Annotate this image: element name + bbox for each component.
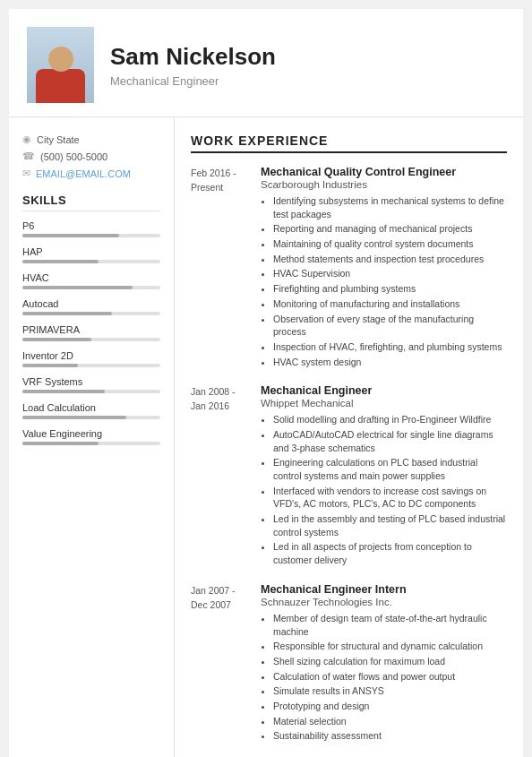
job-bullets: Solid modelling and drafting in Pro-Engi… [261, 413, 507, 567]
bullet-item: Reporting and managing of mechanical pro… [273, 222, 507, 236]
contact-phone: ☎ (500) 500-5000 [22, 151, 160, 162]
location-icon: ◉ [22, 133, 31, 145]
skill-bar-bg [22, 416, 160, 419]
skill-item: Inventor 2D [22, 350, 160, 367]
bullet-item: Led in the assembly and testing of PLC b… [273, 512, 507, 538]
skills-list: P6 HAP HVAC Autocad PRIMAVERA [22, 220, 160, 445]
bullet-item: Shell sizing calculation for maximum loa… [273, 655, 507, 668]
skill-bar-bg [22, 234, 160, 237]
header-subtitle: Mechanical Engineer [110, 74, 505, 88]
skills-section-title: SKILLS [22, 194, 160, 211]
bullet-item: Engineering calculations on PLC based in… [273, 456, 507, 482]
skill-bar-bg [22, 338, 160, 341]
job-bullets: Identifying subsystems in mechanical sys… [261, 194, 507, 368]
job-date: Jan 2007 - Dec 2007 [191, 583, 252, 744]
job-date-to: Dec 2007 [191, 599, 231, 610]
location-text: City State [37, 134, 80, 145]
bullet-item: Observation of every stage of the manufa… [273, 313, 507, 339]
bullet-item: Responsible for structural and dynamic c… [273, 640, 507, 653]
skill-bar-bg [22, 312, 160, 315]
skill-bar-bg [22, 390, 160, 393]
phone-text: (500) 500-5000 [40, 151, 107, 162]
skill-bar-bg [22, 260, 160, 263]
job-entry: Jan 2007 - Dec 2007 Mechanical Engineer … [191, 583, 507, 744]
skill-bar-fill [22, 416, 126, 419]
skill-item: P6 [22, 220, 160, 237]
skill-name: Inventor 2D [22, 350, 160, 361]
bullet-item: Led in all aspects of projects from conc… [273, 540, 507, 566]
header-info: Sam Nickelson Mechanical Engineer [110, 43, 505, 88]
main-content: WORK EXPERIENCE Feb 2016 - Present Mecha… [175, 117, 523, 757]
skill-name: HAP [22, 246, 160, 257]
avatar-body [36, 69, 85, 103]
skill-bar-fill [22, 442, 99, 445]
job-company: Scarborough Industries [261, 179, 507, 190]
contact-location: ◉ City State [22, 133, 160, 145]
skill-item: Value Engineering [22, 428, 160, 445]
skill-name: Autocad [22, 298, 160, 309]
skill-bar-bg [22, 364, 160, 367]
bullet-item: Material selection [273, 715, 507, 728]
skill-item: PRIMAVERA [22, 324, 160, 341]
phone-icon: ☎ [22, 151, 35, 162]
bullet-item: Inspection of HVAC, firefighting, and pl… [273, 340, 507, 354]
job-date-to: Present [191, 182, 223, 193]
skill-item: VRF Systems [22, 376, 160, 393]
job-title: Mechanical Engineer Intern [261, 583, 507, 596]
bullet-item: Simulate results in ANSYS [273, 684, 507, 698]
skill-bar-fill [22, 390, 105, 393]
work-section-title: WORK EXPERIENCE [191, 133, 507, 153]
skill-bar-fill [22, 338, 91, 341]
bullet-item: Calculation of water flows and power out… [273, 670, 507, 684]
bullet-item: Prototyping and design [273, 700, 507, 713]
job-entry: Feb 2016 - Present Mechanical Quality Co… [191, 166, 507, 370]
job-date: Jan 2008 - Jan 2016 [191, 384, 252, 569]
bullet-item: Member of design team of state-of-the-ar… [273, 612, 507, 638]
skill-bar-fill [22, 312, 112, 315]
skill-item: Load Calculation [22, 402, 160, 419]
bullet-item: HVAC Supervision [273, 267, 507, 280]
skill-bar-bg [22, 442, 160, 445]
job-date-from: Jan 2008 - [191, 386, 236, 397]
bullet-item: Maintaining of quality control system do… [273, 237, 507, 251]
job-entry: Jan 2008 - Jan 2016 Mechanical Engineer … [191, 384, 507, 569]
job-bullets: Member of design team of state-of-the-ar… [261, 612, 507, 743]
job-content: Mechanical Engineer Whippet Mechanical S… [261, 384, 507, 569]
bullet-item: Sustainability assessment [273, 729, 507, 743]
skill-bar-bg [22, 286, 160, 289]
skill-name: P6 [22, 220, 160, 231]
skill-item: HVAC [22, 272, 160, 289]
job-content: Mechanical Engineer Intern Schnauzer Tec… [261, 583, 507, 744]
job-title: Mechanical Engineer [261, 384, 507, 397]
job-date-from: Feb 2016 - [191, 168, 236, 178]
bullet-item: HVAC system design [273, 356, 507, 369]
skill-name: VRF Systems [22, 376, 160, 387]
contact-email[interactable]: ✉ EMAIL@EMAIL.COM [22, 168, 160, 179]
header-name: Sam Nickelson [110, 43, 505, 71]
bullet-item: Firefighting and plumbing systems [273, 282, 507, 296]
job-date-from: Jan 2007 - [191, 585, 236, 596]
skill-bar-fill [22, 364, 78, 367]
bullet-item: Identifying subsystems in mechanical sys… [273, 194, 507, 220]
email-icon: ✉ [22, 168, 30, 179]
bullet-item: Monitoring of manufacturing and installa… [273, 297, 507, 311]
jobs-list: Feb 2016 - Present Mechanical Quality Co… [191, 166, 507, 744]
job-company: Whippet Mechanical [261, 398, 507, 409]
skill-name: Value Engineering [22, 428, 160, 439]
skill-bar-fill [22, 234, 119, 237]
bullet-item: Solid modelling and drafting in Pro-Engi… [273, 413, 507, 426]
skill-name: Load Calculation [22, 402, 160, 413]
skill-item: HAP [22, 246, 160, 263]
email-link[interactable]: EMAIL@EMAIL.COM [36, 168, 131, 179]
job-date-to: Jan 2016 [191, 400, 229, 411]
avatar-head [48, 47, 73, 72]
job-title: Mechanical Quality Control Engineer [261, 166, 507, 178]
bullet-item: Interfaced with vendors to increase cost… [273, 485, 507, 511]
avatar [27, 27, 94, 103]
skill-name: HVAC [22, 272, 160, 283]
skill-bar-fill [22, 260, 99, 263]
skill-item: Autocad [22, 298, 160, 315]
bullet-item: Method statements and inspection test pr… [273, 253, 507, 266]
resume: Sam Nickelson Mechanical Engineer ◉ City… [9, 9, 523, 757]
job-company: Schnauzer Technologies Inc. [261, 597, 507, 607]
